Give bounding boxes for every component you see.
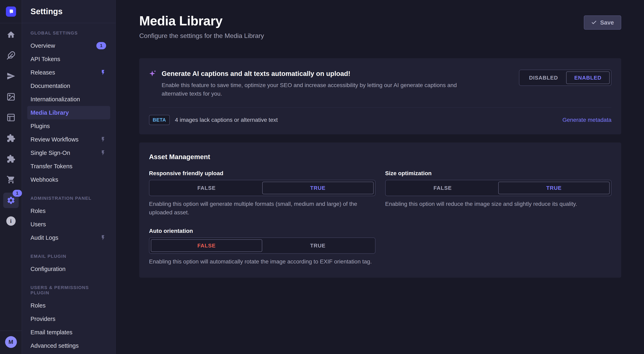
lightning-icon [100, 150, 106, 156]
strapi-logo[interactable] [6, 6, 16, 17]
asset-management-title: Asset Management [149, 153, 612, 161]
puzzle-icon[interactable] [6, 134, 16, 143]
rail-bottom: M [0, 331, 22, 354]
sidebar-item-releases[interactable]: Releases [27, 66, 110, 79]
sidebar-item-audit-logs[interactable]: Audit Logs [27, 231, 110, 244]
toggle-option-disabled[interactable]: DISABLED [521, 71, 566, 84]
paper-plane-icon[interactable] [6, 71, 16, 81]
toggle-option-true[interactable]: TRUE [262, 239, 374, 252]
sidebar-item-providers[interactable]: Providers [27, 312, 110, 326]
info-icon[interactable]: i [6, 216, 16, 226]
toggle-option-false[interactable]: FALSE [151, 239, 262, 252]
toggle-option-false[interactable]: FALSE [387, 182, 498, 194]
subnav-header: Settings [22, 0, 116, 23]
nav-rail: 1 i M [0, 0, 22, 354]
field-label: Auto orientation [149, 228, 376, 234]
ai-banner-card: Generate AI captions and alt texts autom… [139, 58, 621, 134]
page-header: Media Library Configure the settings for… [139, 13, 621, 40]
save-button[interactable]: Save [584, 15, 621, 30]
lightning-icon [100, 235, 106, 241]
check-icon [591, 20, 597, 25]
sidebar-item-overview[interactable]: Overview 1 [27, 39, 110, 52]
subnav-title: Settings [30, 7, 62, 16]
size-optimization-toggle: FALSE TRUE [385, 180, 612, 196]
field-description: Enabling this option will reduce the ima… [385, 200, 612, 208]
avatar[interactable]: M [5, 336, 17, 348]
toggle-option-enabled[interactable]: ENABLED [566, 71, 610, 84]
cart-icon[interactable] [6, 175, 16, 184]
sidebar-item-webhooks[interactable]: Webhooks [27, 173, 110, 186]
sidebar-item-internationalization[interactable]: Internationalization [27, 93, 110, 106]
field-size-optimization: Size optimization FALSE TRUE Enabling th… [385, 170, 612, 217]
section-global-settings: GLOBAL SETTINGS Overview 1 API Tokens Re… [27, 30, 110, 186]
sidebar-item-api-tokens[interactable]: API Tokens [27, 52, 110, 66]
rail-icon-list: 1 i [0, 23, 22, 226]
section-heading: GLOBAL SETTINGS [27, 30, 110, 36]
puzzle-marketplace-icon[interactable] [6, 154, 16, 164]
sparkle-icon [149, 70, 157, 78]
toggle-option-true[interactable]: TRUE [262, 182, 374, 194]
layout-icon[interactable] [6, 113, 16, 122]
ai-enabled-toggle: DISABLED ENABLED [519, 70, 612, 86]
home-icon[interactable] [6, 30, 16, 39]
main-content: Media Library Configure the settings for… [116, 0, 644, 354]
sidebar-item-email-templates[interactable]: Email templates [27, 326, 110, 339]
field-label: Size optimization [385, 170, 612, 177]
sidebar-item-advanced-settings[interactable]: Advanced settings [27, 339, 110, 352]
responsive-upload-toggle: FALSE TRUE [149, 180, 376, 196]
sidebar-item-admin-roles[interactable]: Roles [27, 204, 110, 218]
sidebar-item-up-roles[interactable]: Roles [27, 299, 110, 312]
sidebar-item-transfer-tokens[interactable]: Transfer Tokens [27, 160, 110, 173]
empty-grid-cell [385, 228, 612, 266]
field-description: Enabling this option will generate multi… [149, 200, 376, 217]
feather-icon[interactable] [6, 51, 16, 60]
overview-badge: 1 [96, 42, 106, 49]
sidebar-item-documentation[interactable]: Documentation [27, 79, 110, 93]
ai-status-text: 4 images lack captions or alternative te… [175, 117, 278, 123]
beta-badge: BETA [149, 115, 170, 125]
page-subtitle: Configure the settings for the Media Lib… [139, 32, 264, 40]
section-users-permissions-plugin: USERS & PERMISSIONS PLUGIN Roles Provide… [27, 285, 110, 352]
sidebar-item-configuration[interactable]: Configuration [27, 262, 110, 276]
page-title: Media Library [139, 13, 264, 28]
field-responsive-friendly-upload: Responsive friendly upload FALSE TRUE En… [149, 170, 376, 217]
ai-banner-footer: BETA 4 images lack captions or alternati… [149, 115, 612, 125]
toggle-option-false[interactable]: FALSE [151, 182, 262, 194]
lightning-icon [100, 69, 106, 75]
field-auto-orientation: Auto orientation FALSE TRUE Enabling thi… [149, 228, 376, 266]
sidebar-item-plugins[interactable]: Plugins [27, 119, 110, 133]
auto-orientation-toggle: FALSE TRUE [149, 237, 376, 254]
section-heading: USERS & PERMISSIONS PLUGIN [27, 285, 110, 296]
lightning-icon [100, 136, 106, 143]
logo-section [0, 0, 22, 23]
gear-icon[interactable]: 1 [3, 193, 19, 208]
asset-management-grid: Responsive friendly upload FALSE TRUE En… [149, 170, 612, 266]
section-heading: ADMINISTRATION PANEL [27, 196, 110, 201]
asset-management-card: Asset Management Responsive friendly upl… [139, 143, 621, 278]
sidebar-item-single-sign-on[interactable]: Single Sign-On [27, 146, 110, 160]
subnav-list: GLOBAL SETTINGS Overview 1 API Tokens Re… [22, 23, 116, 354]
field-description: Enabling this option will automatically … [149, 257, 376, 266]
divider [149, 107, 612, 108]
sidebar-item-users[interactable]: Users [27, 218, 110, 231]
ai-banner-description: Enable this feature to save time, optimi… [162, 81, 458, 98]
toggle-option-true[interactable]: TRUE [498, 182, 610, 194]
generate-metadata-link[interactable]: Generate metadata [562, 117, 612, 123]
images-icon[interactable] [6, 92, 16, 102]
settings-notification-badge: 1 [12, 190, 22, 197]
field-label: Responsive friendly upload [149, 170, 376, 177]
sidebar-item-media-library[interactable]: Media Library [27, 106, 110, 119]
settings-subnav: Settings GLOBAL SETTINGS Overview 1 API … [22, 0, 116, 354]
ai-banner-top: Generate AI captions and alt texts autom… [149, 70, 612, 98]
section-administration-panel: ADMINISTRATION PANEL Roles Users Audit L… [27, 196, 110, 244]
section-heading: EMAIL PLUGIN [27, 254, 110, 259]
strapi-logo-icon [8, 8, 14, 15]
section-email-plugin: EMAIL PLUGIN Configuration [27, 254, 110, 276]
sidebar-item-review-workflows[interactable]: Review Workflows [27, 133, 110, 146]
ai-banner-title: Generate AI captions and alt texts autom… [162, 70, 350, 78]
